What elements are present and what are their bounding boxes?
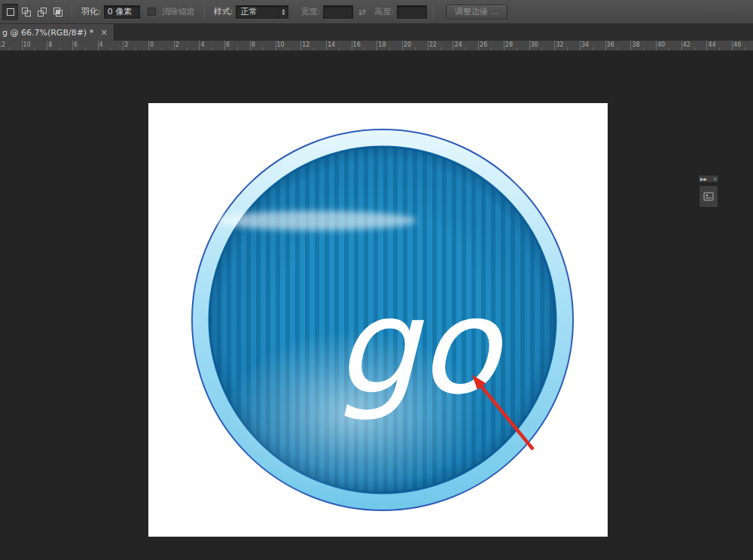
ruler-number: 12 [0,41,5,48]
ruler-number: 28 [505,41,513,48]
document-tab-bar: g @ 66.7%(RGB/8#) * × [0,24,753,41]
dropdown-arrows-icon: ▲▼ [278,6,288,18]
ruler-number: 10 [277,41,285,48]
antialias-checkbox[interactable] [148,8,156,16]
ruler-number: 2 [124,41,128,48]
ruler-number: 2 [175,41,179,48]
go-text: go [334,270,505,423]
expand-panels-icon[interactable]: ▶▶ [700,176,707,181]
ruler-number: 36 [607,41,614,48]
ruler-number: 6 [226,41,230,48]
toolbar-divider [204,5,205,20]
add-to-selection-icon[interactable] [18,4,34,20]
document-tab[interactable]: g @ 66.7%(RGB/8#) * × [0,24,114,41]
ruler-number: 14 [328,41,335,48]
toolbar-divider [433,5,434,20]
ruler-number: 16 [353,41,361,48]
document-title: g @ 66.7%(RGB/8#) * [2,28,93,38]
subtract-from-selection-icon[interactable] [34,4,50,20]
ruler-number: 4 [200,41,204,48]
width-input[interactable] [323,5,353,19]
swap-dimensions-icon[interactable]: ⇄ [358,7,366,17]
toolbar-divider [72,5,72,20]
height-label: 高度: [374,6,394,17]
ruler-number: 0 [150,41,154,48]
height-input[interactable] [397,5,427,19]
feather-value: 0 像素 [108,6,133,17]
ruler-number: 4 [99,41,103,48]
antialias-label: 消除锯齿 [162,6,195,17]
style-dropdown[interactable]: 正常 ▲▼ [236,5,288,19]
ruler-number: 10 [23,41,31,48]
refine-edge-button[interactable]: 调整边缘 ... [446,5,508,20]
new-selection-icon[interactable] [2,4,18,20]
ruler-number: 42 [683,41,691,48]
ruler-number: 8 [252,41,255,48]
collapsed-panel-group: ▶▶ × [698,175,719,208]
ruler-number: 8 [48,41,52,48]
ruler-number: 40 [657,41,665,48]
canvas-workspace: go ▶▶ × [0,51,753,560]
tab-close-icon[interactable]: × [100,27,108,38]
ruler-number: 38 [632,41,639,48]
document-canvas[interactable]: go [148,103,608,537]
selection-mode-group [2,4,66,20]
ruler-number: 30 [531,41,538,48]
ruler-number: 20 [404,41,411,48]
panel-icon-button[interactable] [699,185,718,208]
glossy-button-graphic: go [192,129,573,510]
panel-header: ▶▶ × [698,175,719,183]
ruler-number: 34 [581,41,589,48]
button-artwork: go [148,103,608,537]
ruler-number: 6 [74,41,78,48]
style-value: 正常 [236,6,278,17]
ruler-number: 22 [429,41,437,48]
ruler-number: 26 [480,41,487,48]
feather-label: 羽化: [81,6,101,17]
style-label: 样式: [214,6,233,17]
feather-input[interactable]: 0 像素 [104,5,140,19]
adjustments-panel-icon [703,192,714,201]
ruler-number: 32 [556,41,563,48]
panel-close-icon[interactable]: × [713,176,717,181]
ruler-number: 18 [378,41,386,48]
ruler-number: 44 [708,41,715,48]
ruler-number: 12 [302,41,309,48]
tool-options-bar: 羽化: 0 像素 消除锯齿 样式: 正常 ▲▼ 宽度: ⇄ 高度: 调整边缘 .… [0,0,753,24]
width-label: 宽度: [300,6,320,17]
intersect-selection-icon[interactable] [50,4,66,20]
ruler-number: 46 [733,41,741,48]
horizontal-ruler[interactable]: 1210864202468101214161820222426283032343… [0,41,753,51]
ruler-number: 24 [454,41,462,48]
photoshop-window: 羽化: 0 像素 消除锯齿 样式: 正常 ▲▼ 宽度: ⇄ 高度: 调整边缘 .… [0,0,753,560]
gloss-highlight [215,211,416,230]
